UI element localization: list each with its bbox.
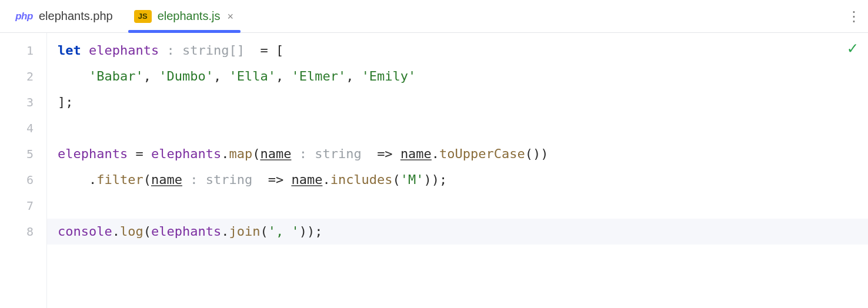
code-token: 'Ella'	[229, 69, 275, 83]
line-number: 8	[0, 219, 46, 245]
editor: 12345678 ✓ let elephants : string[] = [ …	[0, 33, 868, 308]
code-token: elephants	[151, 224, 221, 239]
code-token: .	[322, 172, 330, 187]
code-token: name	[151, 172, 182, 187]
code-area[interactable]: ✓ let elephants : string[] = [ 'Babar', …	[47, 33, 868, 308]
code-line[interactable]: 'Babar', 'Dumbo', 'Ella', 'Elmer', 'Emil…	[58, 63, 868, 89]
code-token: =>	[268, 172, 292, 187]
code-token: ', '	[268, 224, 299, 239]
code-token: 'Emily'	[362, 69, 416, 83]
code-token: ];	[58, 95, 74, 109]
code-token: 'Babar'	[89, 69, 143, 83]
code-line[interactable]: console.log(elephants.join(', '));	[47, 219, 868, 245]
code-token: ));	[299, 224, 323, 239]
tab-label: elephants.js	[158, 9, 221, 23]
code-token: .	[58, 172, 96, 187]
code-token: (	[260, 224, 268, 239]
code-token: elephants	[89, 43, 159, 58]
code-line[interactable]: .filter(name : string => name.includes('…	[58, 167, 868, 193]
line-number: 6	[0, 167, 46, 193]
code-token: toUpperCase	[439, 146, 525, 161]
code-token: join	[229, 224, 260, 239]
code-token: 'Dumbo'	[159, 69, 213, 83]
code-token: name	[400, 146, 432, 161]
code-token: ));	[424, 172, 448, 187]
code-token: includes	[330, 172, 393, 187]
code-token: console	[58, 224, 112, 239]
code-token: let	[58, 43, 89, 58]
code-token: name	[291, 172, 322, 187]
code-line[interactable]	[58, 115, 868, 141]
code-token: ,	[346, 69, 362, 83]
tabbar-spacer	[245, 0, 840, 32]
line-number: 1	[0, 38, 46, 63]
js-file-icon: JS	[134, 10, 152, 23]
code-token: .	[112, 224, 120, 239]
code-line[interactable]: let elephants : string[] = [	[58, 38, 868, 63]
code-token: .	[432, 146, 439, 161]
code-token: (	[252, 146, 260, 161]
code-token: ())	[525, 146, 549, 161]
code-token: log	[120, 224, 143, 239]
tab-elephants-js[interactable]: JS elephants.js ×	[123, 0, 245, 32]
code-token: elephants	[58, 146, 128, 161]
code-token: map	[229, 146, 252, 161]
tab-label: elephants.php	[39, 9, 113, 23]
code-token: =>	[377, 146, 400, 161]
line-number: 4	[0, 115, 46, 141]
code-token: (	[143, 172, 151, 187]
code-token: .	[221, 146, 229, 161]
code-token: ,	[143, 69, 159, 83]
line-number: 5	[0, 141, 46, 167]
more-menu-button[interactable]: ⋮	[840, 0, 868, 32]
code-token: : string[]	[159, 43, 260, 58]
code-token: =	[128, 146, 151, 161]
code-line[interactable]: ];	[58, 89, 868, 115]
php-file-icon: php	[15, 10, 33, 23]
code-token	[58, 69, 89, 83]
code-token: = [	[260, 43, 283, 58]
code-token: : string	[182, 172, 268, 187]
code-token: elephants	[151, 146, 221, 161]
code-token: ,	[276, 69, 292, 83]
code-token: (	[143, 224, 151, 239]
line-number: 3	[0, 89, 46, 115]
tab-bar: php elephants.php JS elephants.js × ⋮	[0, 0, 868, 33]
code-line[interactable]	[58, 193, 868, 219]
analysis-ok-icon[interactable]: ✓	[847, 40, 857, 56]
code-token: .	[221, 224, 229, 239]
close-tab-button[interactable]: ×	[226, 10, 235, 23]
code-token: filter	[96, 172, 143, 187]
code-token: ,	[213, 69, 229, 83]
code-token: 'M'	[400, 172, 424, 187]
code-line[interactable]: elephants = elephants.map(name : string …	[58, 141, 868, 167]
code-token: name	[260, 146, 291, 161]
code-token: : string	[291, 146, 377, 161]
line-number-gutter: 12345678	[0, 33, 47, 308]
code-token: (	[393, 172, 400, 187]
code-token: 'Elmer'	[291, 69, 346, 83]
line-number: 7	[0, 193, 46, 219]
tab-elephants-php[interactable]: php elephants.php	[5, 0, 123, 32]
line-number: 2	[0, 63, 46, 89]
